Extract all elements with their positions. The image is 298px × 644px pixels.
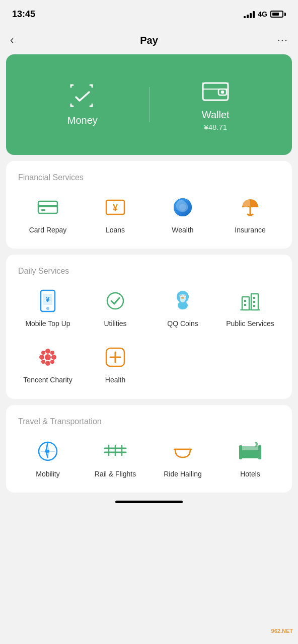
- svg-rect-55: [240, 450, 260, 458]
- ride-hailing-label: Ride Hailing: [164, 469, 201, 478]
- svg-point-38: [51, 355, 56, 360]
- status-bar: 13:45 4G: [0, 0, 298, 26]
- tencent-charity-label: Tencent Charity: [23, 375, 72, 384]
- service-hotels[interactable]: Hotels: [216, 438, 284, 478]
- loans-icon: ¥: [102, 194, 128, 220]
- service-insurance[interactable]: Insurance: [216, 194, 284, 234]
- service-loans[interactable]: ¥ Loans: [82, 194, 149, 234]
- daily-services-grid: ¥ Mobile Top Up Utilities: [14, 288, 284, 384]
- mobile-top-up-label: Mobile Top Up: [25, 319, 70, 328]
- mobility-label: Mobility: [36, 469, 59, 478]
- svg-rect-26: [242, 297, 249, 310]
- svg-rect-6: [41, 209, 45, 211]
- travel-services-grid: Mobility Rail & Flights: [14, 438, 284, 478]
- svg-point-42: [50, 360, 54, 364]
- service-wealth[interactable]: Wealth: [149, 194, 216, 234]
- svg-point-23: [181, 295, 182, 296]
- money-label: Money: [67, 115, 98, 126]
- rail-flights-label: Rail & Flights: [95, 469, 136, 478]
- service-ride-hailing[interactable]: Ride Hailing: [149, 438, 216, 478]
- mobility-icon: [35, 438, 61, 464]
- financial-services-title: Financial Services: [14, 173, 284, 182]
- wallet-item[interactable]: Wallet ¥48.71: [150, 78, 282, 131]
- svg-point-3: [221, 91, 224, 93]
- service-utilities[interactable]: Utilities: [82, 288, 149, 328]
- svg-text:¥: ¥: [46, 295, 50, 303]
- svg-point-25: [181, 297, 184, 299]
- travel-section: Travel & Transportation Mobility: [6, 405, 292, 493]
- svg-point-36: [45, 361, 50, 366]
- svg-point-40: [50, 351, 54, 355]
- health-icon: [102, 344, 128, 370]
- wallet-label: Wallet: [202, 109, 230, 121]
- insurance-icon: [237, 194, 263, 220]
- svg-point-24: [185, 295, 186, 296]
- svg-point-35: [45, 349, 50, 354]
- financial-services-grid: Card Repay ¥ Loans: [14, 194, 284, 234]
- banner: Money Wallet ¥48.71: [6, 54, 292, 155]
- hotels-label: Hotels: [240, 469, 260, 478]
- svg-point-41: [41, 360, 45, 364]
- card-repay-icon: [35, 194, 61, 220]
- service-mobile-top-up[interactable]: ¥ Mobile Top Up: [14, 288, 82, 328]
- hotels-icon: [237, 438, 263, 464]
- financial-services-section: Financial Services Card Repay ¥ Loans: [6, 161, 292, 249]
- status-icons: 4G: [244, 10, 286, 18]
- daily-services-section: Daily Services ¥ Mobile Top Up Utilitie: [6, 255, 292, 398]
- wallet-balance: ¥48.71: [204, 123, 227, 131]
- money-icon: [67, 84, 98, 109]
- svg-rect-28: [244, 300, 246, 302]
- status-time: 13:45: [12, 9, 35, 20]
- service-tencent-charity[interactable]: Tencent Charity: [14, 344, 82, 384]
- insurance-label: Insurance: [235, 225, 265, 234]
- rail-flights-icon: [102, 438, 128, 464]
- svg-rect-32: [253, 305, 255, 307]
- svg-rect-30: [253, 297, 255, 299]
- svg-text:¥: ¥: [113, 203, 118, 213]
- svg-point-17: [107, 293, 123, 309]
- service-public-services[interactable]: Public Services: [216, 288, 284, 328]
- svg-rect-31: [253, 301, 255, 303]
- nav-bar: ‹ Pay ···: [0, 26, 298, 54]
- svg-rect-56: [240, 446, 260, 451]
- svg-rect-57: [239, 445, 242, 459]
- svg-point-48: [46, 450, 49, 453]
- wallet-icon: [200, 78, 231, 103]
- wealth-label: Wealth: [172, 225, 193, 234]
- money-item[interactable]: Money: [16, 84, 149, 126]
- travel-title: Travel & Transportation: [14, 417, 284, 426]
- svg-rect-0: [203, 83, 228, 100]
- service-health[interactable]: Health: [82, 344, 149, 384]
- utilities-label: Utilities: [104, 319, 126, 328]
- back-button[interactable]: ‹: [10, 34, 14, 47]
- svg-point-16: [46, 307, 49, 310]
- network-type: 4G: [258, 10, 267, 18]
- daily-services-title: Daily Services: [14, 267, 284, 276]
- service-qq-coins[interactable]: QQ Coins: [149, 288, 216, 328]
- wealth-icon: [170, 194, 196, 220]
- public-services-label: Public Services: [226, 319, 274, 328]
- signal-icon: [244, 10, 255, 18]
- svg-point-37: [39, 355, 44, 360]
- service-rail-flights[interactable]: Rail & Flights: [82, 438, 149, 478]
- ride-hailing-icon: [170, 438, 196, 464]
- home-indicator: [115, 501, 183, 503]
- mobile-top-up-icon: ¥: [35, 288, 61, 314]
- service-card-repay[interactable]: Card Repay: [14, 194, 82, 234]
- svg-point-19: [178, 301, 188, 309]
- more-button[interactable]: ···: [277, 34, 288, 47]
- page-title: Pay: [140, 35, 158, 46]
- service-mobility[interactable]: Mobility: [14, 438, 82, 478]
- svg-point-11: [179, 204, 186, 211]
- svg-point-34: [45, 354, 51, 360]
- battery-icon: [270, 11, 286, 18]
- tencent-charity-icon: [35, 344, 61, 370]
- svg-rect-5: [38, 205, 57, 207]
- loans-label: Loans: [106, 225, 125, 234]
- svg-rect-58: [258, 445, 261, 459]
- card-repay-label: Card Repay: [29, 225, 67, 234]
- public-services-icon: [237, 288, 263, 314]
- qq-coins-label: QQ Coins: [167, 319, 198, 328]
- qq-coins-icon: [170, 288, 196, 314]
- watermark: 962.NET: [271, 628, 293, 634]
